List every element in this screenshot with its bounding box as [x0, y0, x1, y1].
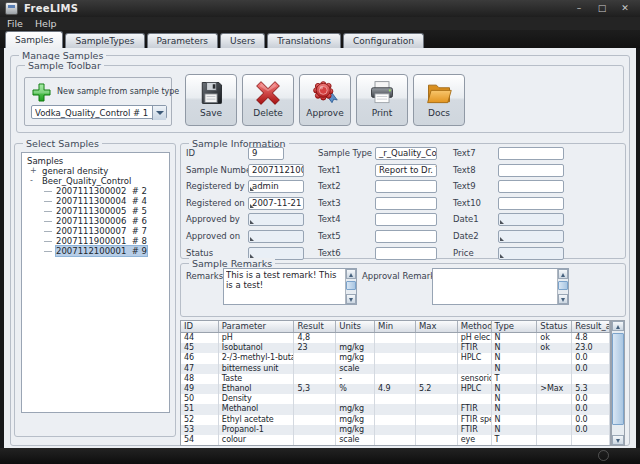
table-cell: 52 — [181, 415, 219, 425]
scrollbar-thumb[interactable] — [346, 281, 356, 290]
column-header-units[interactable]: Units — [336, 321, 375, 332]
tree-leaf[interactable]: 2007111300007 # 7 — [22, 226, 169, 236]
column-header-min[interactable]: Min — [375, 321, 416, 332]
scroll-down-button[interactable] — [612, 435, 624, 445]
scroll-up-button[interactable] — [346, 269, 356, 279]
table-cell: 5.3 — [572, 384, 610, 394]
column-header-status[interactable]: Status — [537, 321, 572, 332]
column-header-result[interactable]: Result — [294, 321, 336, 332]
arrow-up-icon — [561, 273, 565, 277]
scroll-down-button[interactable] — [346, 294, 356, 304]
menu-help[interactable]: Help — [35, 18, 65, 29]
tree-node[interactable]: -Beer_Quality_Control — [22, 176, 169, 186]
maximize-button[interactable]: □ — [595, 2, 609, 15]
field-date2[interactable] — [498, 230, 564, 243]
table-cell — [537, 435, 572, 445]
tree-item-label: 2007111300002 # 2 — [56, 186, 147, 196]
field-text8[interactable] — [498, 164, 564, 177]
table-row[interactable]: 53Propanol-1mg/kgFTIRN0.0 — [181, 425, 610, 435]
results-table[interactable]: IDParameterResultUnitsMinMaxMethodTypeSt… — [180, 320, 611, 446]
tree-leaf[interactable]: 2007111300006 # 6 — [22, 216, 169, 226]
delete-button[interactable]: Delete — [242, 74, 294, 126]
scroll-up-button[interactable] — [558, 269, 568, 279]
column-header-max[interactable]: Max — [416, 321, 458, 332]
field-registered-on[interactable]: 2007-11-21 — [248, 197, 304, 210]
column-header-id[interactable]: ID — [181, 321, 219, 332]
arrow-down-icon — [616, 439, 620, 443]
field-sample-type[interactable]: _r_Quality_Control — [375, 147, 437, 160]
table-cell — [416, 425, 458, 435]
table-cell: 45 — [181, 343, 219, 353]
menu-file[interactable]: File — [7, 18, 31, 29]
field-date1[interactable] — [498, 213, 564, 226]
tab-users[interactable]: Users — [220, 33, 265, 48]
scroll-up-button[interactable] — [612, 321, 624, 331]
column-header-parameter[interactable]: Parameter — [219, 321, 295, 332]
field-label-text9: Text9 — [453, 180, 476, 193]
remarks-scrollbar[interactable] — [345, 269, 356, 304]
field-id[interactable]: 9 — [248, 147, 284, 160]
field-text5[interactable] — [375, 230, 437, 243]
table-cell: Ethanol — [219, 384, 295, 394]
close-button[interactable]: ✕ — [618, 2, 632, 15]
expand-toggle-icon[interactable]: + — [30, 166, 37, 176]
field-registered-by[interactable]: admin — [248, 180, 304, 193]
approval-remarks-scrollbar[interactable] — [557, 269, 568, 304]
tree-node[interactable]: +general density — [22, 166, 169, 176]
table-row[interactable]: 44pH4,8pH elec.Nok4.8 — [181, 333, 610, 343]
column-header-type[interactable]: Type — [492, 321, 538, 332]
samples-tree[interactable]: Samples+general density-Beer_Quality_Con… — [21, 152, 170, 413]
tree-leaf[interactable]: 2007111300004 # 4 — [22, 196, 169, 206]
tab-parameters[interactable]: Parameters — [147, 33, 219, 48]
table-row[interactable]: 50DensityN0.0 — [181, 394, 610, 404]
collapse-toggle-icon[interactable]: - — [30, 176, 33, 186]
field-text6[interactable] — [375, 247, 437, 260]
field-text4[interactable] — [375, 213, 437, 226]
field-price[interactable] — [498, 247, 564, 260]
field-approved-on[interactable] — [248, 230, 304, 243]
table-row[interactable]: 47bitterness unitscaleN0.0 — [181, 364, 610, 374]
results-table-scrollbar[interactable] — [611, 320, 625, 446]
table-row[interactable]: 49Ethanol5,3%4.95.2HPLCN>Max5.3 — [181, 384, 610, 394]
tree-leaf[interactable]: 2007111300005 # 5 — [22, 206, 169, 216]
tab-sampletypes[interactable]: SampleTypes — [65, 33, 144, 48]
table-row[interactable]: 48Taste-sensoricT — [181, 374, 610, 384]
field-text10[interactable] — [498, 197, 564, 210]
field-text9[interactable] — [498, 180, 564, 193]
field-text1[interactable]: Report to Dr. Tan — [375, 164, 437, 177]
tree-root[interactable]: Samples — [22, 156, 169, 166]
tree-leaf[interactable]: 2007112100001 # 9 — [22, 246, 169, 256]
scroll-down-button[interactable] — [558, 294, 568, 304]
remarks-textarea[interactable]: This is a test remark! This is a test! — [223, 268, 357, 305]
tree-leaf[interactable]: 2007111300002 # 2 — [22, 186, 169, 196]
field-text7[interactable] — [498, 147, 564, 160]
results-table-header[interactable]: IDParameterResultUnitsMinMaxMethodTypeSt… — [181, 321, 610, 333]
table-row[interactable]: 45Isobutanol23mg/kgFTIRNok23.0 — [181, 343, 610, 353]
table-cell: Isobutanol — [219, 343, 295, 353]
sample-type-combobox[interactable]: Vodka_Quality_Control # 1 — [31, 105, 167, 119]
tab-samples[interactable]: Samples — [5, 31, 63, 48]
field-text3[interactable] — [375, 197, 437, 210]
tab-translations[interactable]: Translations — [267, 33, 341, 48]
field-sample-number[interactable]: 2007112100001 — [248, 164, 304, 177]
combobox-dropdown-button[interactable] — [152, 106, 166, 120]
column-header-method[interactable]: Method — [458, 321, 492, 332]
print-button[interactable]: Print — [356, 74, 408, 126]
scrollbar-thumb[interactable] — [612, 333, 624, 425]
scrollbar-thumb[interactable] — [558, 281, 568, 290]
docs-button[interactable]: Docs — [413, 74, 465, 126]
table-row[interactable]: 462-/3-methyl-1-butanolmg/kgHPLCN0.0 — [181, 353, 610, 363]
minimize-button[interactable]: – — [572, 2, 586, 15]
column-header-result-a-[interactable]: Result_a... — [572, 321, 610, 332]
tab-configuration[interactable]: Configuration — [343, 33, 424, 48]
table-row[interactable]: 51Methanolmg/kgFTIRN0.0 — [181, 404, 610, 414]
table-cell — [537, 374, 572, 384]
save-button[interactable]: Save — [185, 74, 237, 126]
field-text2[interactable] — [375, 180, 437, 193]
table-row[interactable]: 52Ethyl acetatemg/kgFTIR spe...N0.0 — [181, 415, 610, 425]
field-approved-by[interactable] — [248, 213, 304, 226]
tree-leaf[interactable]: 2007111900001 # 8 — [22, 236, 169, 246]
approve-button[interactable]: Approve — [299, 74, 351, 126]
table-row[interactable]: 54colourscaleeyeT — [181, 435, 610, 445]
approval-remarks-textarea[interactable] — [432, 268, 569, 305]
